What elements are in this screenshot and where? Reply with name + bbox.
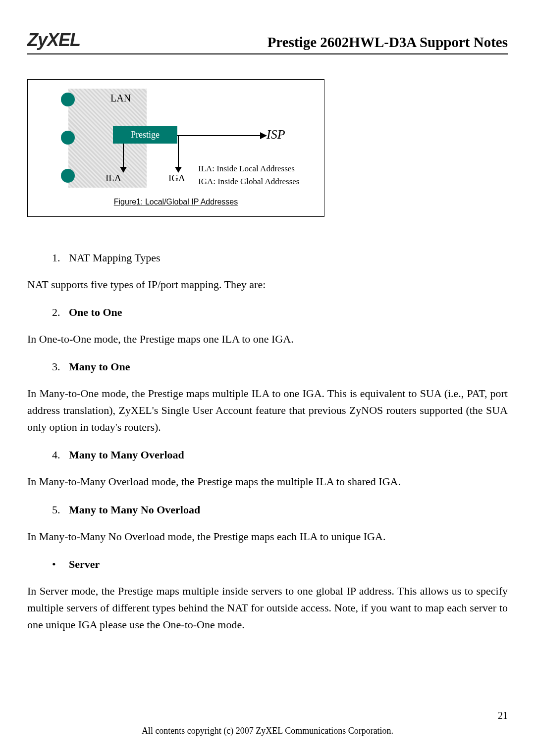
- list-label: Many to Many Overload: [69, 449, 184, 461]
- iga-label: IGA: [168, 173, 185, 184]
- figure-diagram: LAN Prestige ISP ILA IGA ILA: Inside Loc…: [39, 89, 313, 207]
- ila-label: ILA: [106, 173, 121, 184]
- list-label: Many to Many No Overload: [69, 504, 200, 516]
- ila-description: ILA: Inside Local Addresses: [198, 164, 295, 174]
- iga-description: IGA: Inside Global Addresses: [198, 177, 299, 187]
- figure-1: LAN Prestige ISP ILA IGA ILA: Inside Loc…: [27, 79, 324, 217]
- isp-connector-line: [177, 135, 262, 136]
- list-number: 3.: [52, 360, 69, 373]
- bullet-icon: •: [52, 558, 69, 571]
- arrow-down-icon: [175, 167, 182, 173]
- bullet-label: Server: [69, 558, 100, 571]
- page-number: 21: [498, 710, 508, 721]
- lan-node-icon: [61, 169, 75, 183]
- lan-node-icon: [61, 93, 75, 106]
- ila-connector-line: [123, 144, 124, 168]
- iga-connector-line: [178, 145, 179, 168]
- header-divider: [27, 53, 508, 54]
- lan-label: LAN: [110, 93, 131, 104]
- list-label: Many to One: [69, 360, 130, 373]
- list-label: One to One: [69, 306, 122, 319]
- list-number: 2.: [52, 306, 69, 319]
- list-number: 1.: [52, 252, 69, 264]
- list-item-3: 3. Many to One: [52, 360, 508, 373]
- isp-label: ISP: [267, 127, 285, 142]
- list-number: 5.: [52, 504, 69, 516]
- lan-node-icon: [61, 131, 75, 145]
- page-title: Prestige 2602HWL-D3A Support Notes: [268, 34, 508, 50]
- page-header: ZyXEL Prestige 2602HWL-D3A Support Notes: [27, 30, 508, 50]
- paragraph: NAT supports five types of IP/port mappi…: [27, 276, 508, 293]
- zyxel-logo: ZyXEL: [27, 30, 80, 50]
- paragraph: In Server mode, the Prestige maps multip…: [27, 583, 508, 633]
- list-item-5: 5. Many to Many No Overload: [52, 504, 508, 516]
- iga-connector-line: [178, 135, 179, 145]
- copyright-footer: All contents copyright (c) 2007 ZyXEL Co…: [0, 726, 535, 736]
- list-label: NAT Mapping Types: [69, 252, 160, 264]
- arrow-down-icon: [120, 167, 127, 173]
- bullet-server: • Server: [52, 558, 508, 571]
- paragraph: In Many-to-Many No Overload mode, the Pr…: [27, 528, 508, 545]
- paragraph: In One-to-One mode, the Prestige maps on…: [27, 331, 508, 348]
- prestige-box: Prestige: [113, 126, 177, 144]
- figure-caption: Figure1: Local/Global IP Addresses: [39, 198, 313, 206]
- arrow-right-icon: [260, 132, 267, 139]
- list-item-2: 2. One to One: [52, 306, 508, 319]
- list-item-4: 4. Many to Many Overload: [52, 449, 508, 461]
- list-number: 4.: [52, 449, 69, 461]
- paragraph: In Many-to-Many Overload mode, the Prest…: [27, 473, 508, 490]
- paragraph: In Many-to-One mode, the Prestige maps m…: [27, 385, 508, 436]
- list-item-1: 1. NAT Mapping Types: [52, 252, 508, 264]
